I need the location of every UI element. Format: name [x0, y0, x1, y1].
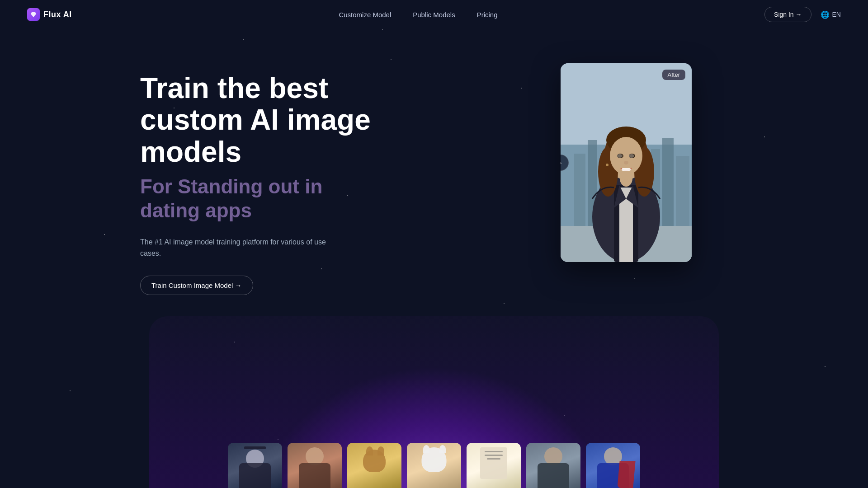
nav-public-models[interactable]: Public Models [413, 11, 455, 19]
svg-point-24 [629, 154, 634, 158]
gallery-portrait-6 [526, 443, 580, 488]
svg-rect-6 [662, 138, 674, 235]
logo-icon [27, 8, 40, 21]
gallery-portrait-7 [586, 443, 640, 488]
logo[interactable]: Flux AI [27, 8, 72, 21]
gallery-item[interactable] [407, 443, 461, 488]
svg-point-23 [617, 154, 623, 158]
after-badge: After [662, 70, 685, 80]
gallery-portrait-1 [228, 443, 282, 488]
preview-svg [561, 63, 692, 262]
gallery-portrait-5 [467, 443, 521, 488]
sign-in-button[interactable]: Sign In → [764, 7, 811, 22]
svg-rect-26 [622, 168, 631, 171]
nav-customize-model[interactable]: Customize Model [339, 11, 391, 19]
svg-point-27 [606, 164, 609, 166]
gallery-item[interactable] [586, 443, 640, 488]
language-button[interactable]: 🌐 EN [821, 10, 841, 19]
hero-section: Train the best custom AI image models Fo… [0, 0, 868, 488]
nav-right: Sign In → 🌐 EN [764, 7, 841, 22]
image-preview: After › [561, 63, 692, 262]
svg-point-25 [624, 161, 628, 164]
language-icon: 🌐 [821, 10, 830, 19]
gallery-strip [228, 443, 640, 488]
gallery-item[interactable] [347, 443, 401, 488]
nav-pricing[interactable]: Pricing [477, 11, 498, 19]
hero-content: Train the best custom AI image models Fo… [140, 72, 371, 295]
gallery-item[interactable] [288, 443, 342, 488]
gallery-item[interactable] [526, 443, 580, 488]
hero-description: The #1 AI image model training platform … [140, 236, 330, 259]
cta-button[interactable]: Train Custom Image Model → [140, 276, 253, 295]
preview-image [561, 63, 692, 262]
svg-rect-2 [574, 154, 585, 235]
hero-title: Train the best custom AI image models [140, 72, 371, 168]
svg-rect-7 [676, 156, 689, 235]
gallery-portrait-3 [347, 443, 401, 488]
logo-text: Flux AI [43, 10, 72, 19]
hero-subtitle: For Standing out in dating apps [140, 175, 371, 223]
navbar: Flux AI Customize Model Public Models Pr… [0, 0, 868, 29]
nav-links: Customize Model Public Models Pricing [339, 11, 497, 19]
gallery-portrait-2 [288, 443, 342, 488]
gallery-item[interactable] [228, 443, 282, 488]
language-label: EN [832, 11, 841, 18]
gallery-portrait-4 [407, 443, 461, 488]
gallery-item[interactable] [467, 443, 521, 488]
